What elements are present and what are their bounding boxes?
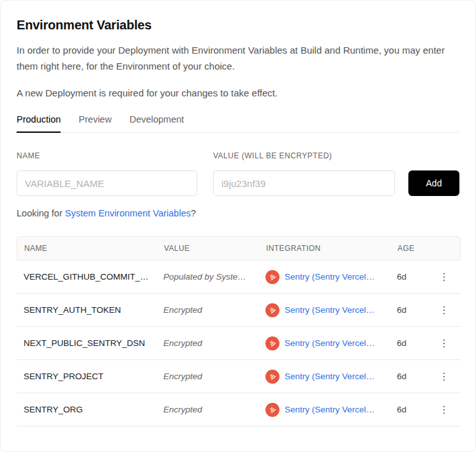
row-menu-button[interactable]: ⋮	[436, 369, 452, 384]
system-env-line: Looking for System Environment Variables…	[17, 208, 459, 218]
integration-cell: Sentry (Sentry Vercel…	[265, 370, 397, 384]
system-env-suffix: ?	[191, 208, 196, 218]
variable-name: SENTRY_PROJECT	[24, 372, 163, 381]
sentry-icon	[265, 370, 279, 384]
row-menu-button[interactable]: ⋮	[436, 269, 452, 285]
integration-cell: Sentry (Sentry Vercel…	[265, 303, 397, 317]
sentry-icon	[265, 303, 279, 317]
age-value: 6d	[397, 338, 433, 348]
sentry-icon	[265, 336, 279, 350]
environment-variables-panel: Environment Variables In order to provid…	[0, 0, 476, 452]
table-row: SENTRY_PROJECT Encrypted Sentry (Sentry …	[17, 360, 461, 393]
sentry-icon	[265, 270, 279, 284]
variable-value: Encrypted	[163, 305, 265, 315]
table-row: SENTRY_AUTH_TOKEN Encrypted Sentry (Sent…	[17, 294, 461, 327]
integration-link[interactable]: Sentry (Sentry Vercel…	[285, 338, 375, 348]
sentry-icon	[265, 403, 279, 417]
variable-value-input[interactable]	[213, 170, 395, 196]
system-env-variables-link[interactable]: System Environment Variables	[65, 208, 191, 218]
page-title: Environment Variables	[17, 18, 459, 33]
tab-development[interactable]: Development	[130, 114, 184, 133]
integration-cell: Sentry (Sentry Vercel…	[265, 270, 397, 284]
row-menu-button[interactable]: ⋮	[436, 336, 452, 351]
description-text: In order to provide your Deployment with…	[17, 42, 448, 74]
column-header-integration: INTEGRATION	[266, 244, 398, 253]
age-value: 6d	[397, 372, 433, 381]
row-menu-button[interactable]: ⋮	[436, 303, 452, 318]
table-row: NEXT_PUBLIC_SENTRY_DSN Encrypted Sentry …	[17, 327, 461, 360]
variable-name-input[interactable]	[17, 170, 197, 196]
variable-name: SENTRY_AUTH_TOKEN	[24, 305, 163, 315]
age-value: 6d	[397, 305, 433, 315]
tab-production[interactable]: Production	[17, 114, 61, 133]
value-field-label: VALUE (WILL BE ENCRYPTED)	[213, 151, 395, 160]
variable-name: NEXT_PUBLIC_SENTRY_DSN	[24, 338, 163, 348]
redeploy-note-text: A new Deployment is required for your ch…	[17, 85, 448, 101]
variable-value: Encrypted	[163, 338, 265, 348]
age-value: 6d	[397, 405, 433, 414]
env-variables-table: NAME VALUE INTEGRATION AGE VERCEL_GITHUB…	[17, 236, 461, 426]
table-row: VERCEL_GITHUB_COMMIT_… Populated by Syst…	[17, 260, 461, 294]
add-variable-form: NAME VALUE (WILL BE ENCRYPTED) Add	[17, 151, 459, 196]
column-header-name: NAME	[24, 244, 164, 253]
variable-name: VERCEL_GITHUB_COMMIT_…	[24, 272, 163, 282]
column-header-value: VALUE	[164, 244, 266, 253]
integration-link[interactable]: Sentry (Sentry Vercel…	[285, 305, 375, 315]
column-header-age: AGE	[398, 244, 433, 253]
variable-name: SENTRY_ORG	[24, 405, 163, 414]
integration-link[interactable]: Sentry (Sentry Vercel…	[285, 272, 375, 282]
tab-preview[interactable]: Preview	[78, 114, 112, 133]
name-field-label: NAME	[17, 151, 197, 160]
table-row: SENTRY_ORG Encrypted Sentry (Sentry Verc…	[17, 393, 461, 426]
integration-cell: Sentry (Sentry Vercel…	[265, 336, 397, 350]
row-menu-button[interactable]: ⋮	[436, 402, 452, 418]
integration-link[interactable]: Sentry (Sentry Vercel…	[285, 405, 375, 414]
integration-link[interactable]: Sentry (Sentry Vercel…	[285, 372, 375, 381]
integration-cell: Sentry (Sentry Vercel…	[265, 403, 397, 417]
environment-tabs: Production Preview Development	[17, 114, 459, 133]
age-value: 6d	[397, 272, 433, 282]
add-button[interactable]: Add	[408, 170, 459, 196]
variable-value: Populated by Syste…	[163, 272, 265, 282]
table-header-row: NAME VALUE INTEGRATION AGE	[17, 236, 461, 260]
variable-value: Encrypted	[163, 372, 265, 381]
system-env-prefix: Looking for	[17, 208, 65, 218]
variable-value: Encrypted	[163, 405, 265, 414]
